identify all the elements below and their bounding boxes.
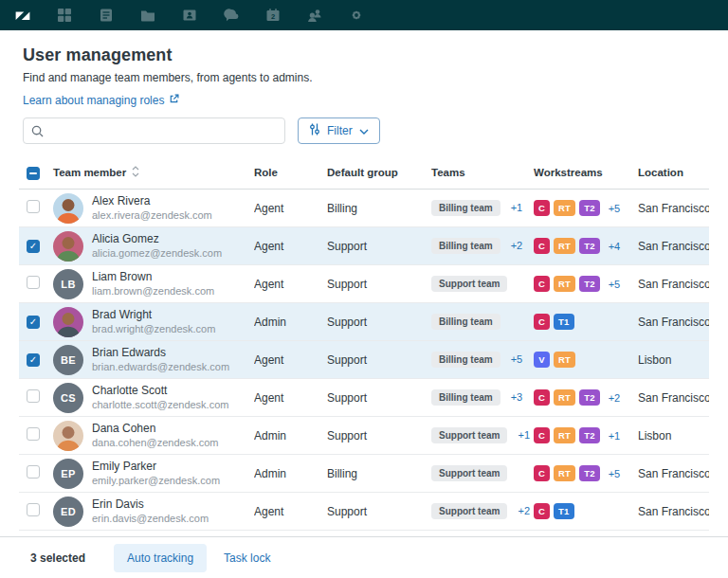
sort-icon[interactable]: [132, 166, 139, 179]
member-email: liam.brown@zendesk.com: [92, 284, 214, 298]
teams-extra-count[interactable]: +2: [518, 505, 530, 516]
column-teams: Teams: [431, 155, 534, 190]
table-row[interactable]: Dana Cohen dana.cohen@zendesk.com Admin …: [19, 417, 709, 455]
teams-extra-count[interactable]: +2: [511, 240, 523, 251]
page: User management Find and manage team mem…: [0, 30, 728, 536]
ticket-icon[interactable]: [98, 7, 115, 24]
member-default-group: Billing: [327, 455, 431, 493]
member-cell: Alicia Gomez alicia.gomez@zendesk.com: [53, 231, 254, 262]
learn-about-roles-link[interactable]: Learn about managing roles: [23, 93, 179, 108]
workstreams-extra-count[interactable]: +2: [609, 392, 621, 404]
settings-gear-icon[interactable]: [348, 7, 365, 24]
table-row[interactable]: Alicia Gomez alicia.gomez@zendesk.com Ag…: [19, 227, 709, 265]
avatar: [53, 231, 83, 262]
member-email: alicia.gomez@zendesk.com: [92, 246, 222, 260]
member-role: Agent: [254, 341, 327, 379]
products-grid-icon[interactable]: [56, 7, 73, 24]
row-checkbox[interactable]: [27, 276, 40, 289]
team-badge: Billing team: [431, 389, 500, 406]
member-location: San Francisco: [638, 379, 709, 417]
workstreams-extra-count[interactable]: +4: [609, 241, 621, 252]
user-table-container: Team member Role Default group Teams Wor…: [0, 155, 728, 536]
teams-extra-count[interactable]: +1: [511, 202, 523, 213]
chevron-down-icon: [359, 124, 369, 137]
workstreams-cell: CRTT2+5: [534, 465, 638, 481]
column-default-group: Default group: [327, 155, 431, 190]
search-box: [23, 117, 285, 144]
messaging-icon[interactable]: [223, 7, 240, 24]
workstream-badge: T2: [579, 276, 600, 292]
member-default-group: Support: [327, 265, 431, 303]
member-default-group: Support: [327, 341, 431, 379]
workstream-badge: RT: [554, 352, 575, 368]
column-location: Location: [638, 155, 709, 190]
task-lock-button[interactable]: Task lock: [212, 544, 282, 572]
member-name: Emily Parker: [92, 460, 220, 474]
workstream-badge: T2: [579, 389, 600, 406]
workstream-badge: RT: [554, 200, 575, 216]
member-cell: Brad Wright brad.wright@zendesk.com: [53, 307, 254, 337]
workstreams-extra-count[interactable]: +5: [609, 468, 621, 479]
row-checkbox[interactable]: [27, 427, 40, 441]
auto-tracking-button[interactable]: Auto tracking: [114, 544, 207, 572]
row-checkbox[interactable]: [27, 353, 40, 367]
contacts-icon[interactable]: [181, 7, 198, 24]
zendesk-logo[interactable]: [14, 7, 31, 24]
folder-icon[interactable]: [139, 7, 156, 24]
workstream-badge: C: [534, 503, 550, 519]
teams-extra-count[interactable]: +5: [511, 353, 523, 365]
workstreams-cell: CRTT2+1: [534, 427, 638, 443]
table-row[interactable]: LB Liam Brown liam.brown@zendesk.com Age…: [19, 265, 709, 303]
row-checkbox[interactable]: [27, 316, 40, 329]
page-header: User management Find and manage team mem…: [0, 30, 728, 117]
workstream-badge: C: [534, 238, 550, 254]
teams-extra-count[interactable]: +1: [518, 429, 530, 441]
page-title: User management: [23, 45, 705, 65]
member-cell: LB Liam Brown liam.brown@zendesk.com: [53, 269, 254, 299]
row-checkbox[interactable]: [27, 200, 40, 213]
table-header-row: Team member Role Default group Teams Wor…: [19, 155, 709, 190]
member-cell: CS Charlotte Scott charlotte.scott@zende…: [53, 383, 254, 413]
member-role: Agent: [254, 265, 327, 303]
workstreams-cell: CRTT2+4: [534, 238, 638, 254]
filter-label: Filter: [327, 124, 353, 137]
member-location: San Francisco: [638, 190, 709, 227]
table-row[interactable]: Brad Wright brad.wright@zendesk.com Admi…: [19, 303, 709, 341]
table-row[interactable]: CS Charlotte Scott charlotte.scott@zende…: [19, 379, 709, 417]
row-checkbox[interactable]: [27, 389, 40, 403]
workstreams-extra-count[interactable]: +5: [609, 203, 621, 214]
calendar-icon[interactable]: 2: [264, 7, 282, 24]
member-role: Agent: [254, 493, 327, 531]
member-name: Alicia Gomez: [92, 232, 222, 246]
search-input[interactable]: [23, 117, 285, 144]
table-row[interactable]: EP Emily Parker emily.parker@zendesk.com…: [19, 455, 709, 493]
member-role: Admin: [254, 303, 327, 341]
row-checkbox[interactable]: [27, 465, 40, 479]
table-row[interactable]: Alex Rivera alex.rivera@zendesk.com Agen…: [19, 190, 709, 227]
member-email: emily.parker@zendesk.com: [92, 474, 220, 487]
member-location: San Francisco: [638, 303, 709, 341]
workstreams-extra-count[interactable]: +5: [609, 279, 621, 290]
member-location: Lisbon: [638, 417, 709, 455]
people-icon[interactable]: [306, 7, 323, 24]
workstreams-extra-count[interactable]: +1: [609, 430, 621, 442]
member-email: brad.wright@zendesk.com: [92, 322, 215, 335]
avatar: CS: [53, 383, 83, 413]
search-icon: [31, 124, 44, 141]
member-cell: Dana Cohen dana.cohen@zendesk.com: [53, 421, 254, 451]
team-badge: Billing team: [431, 352, 500, 368]
member-location: San Francisco: [638, 493, 709, 531]
member-email: dana.cohen@zendesk.com: [92, 436, 218, 449]
workstreams-cell: CT1: [534, 503, 638, 519]
select-all-checkbox[interactable]: [27, 167, 40, 180]
member-name: Charlotte Scott: [92, 384, 228, 398]
member-role: Admin: [254, 417, 327, 455]
teams-extra-count[interactable]: +3: [511, 391, 523, 403]
member-cell: BE Brian Edwards brian.edwards@zendesk.c…: [53, 345, 254, 375]
row-checkbox[interactable]: [27, 503, 40, 516]
table-row[interactable]: ED Erin Davis erin.davis@zendesk.com Age…: [19, 493, 709, 531]
member-role: Agent: [254, 190, 327, 227]
filter-button[interactable]: Filter: [298, 117, 380, 144]
row-checkbox[interactable]: [27, 240, 40, 253]
table-row[interactable]: BE Brian Edwards brian.edwards@zendesk.c…: [19, 341, 709, 379]
